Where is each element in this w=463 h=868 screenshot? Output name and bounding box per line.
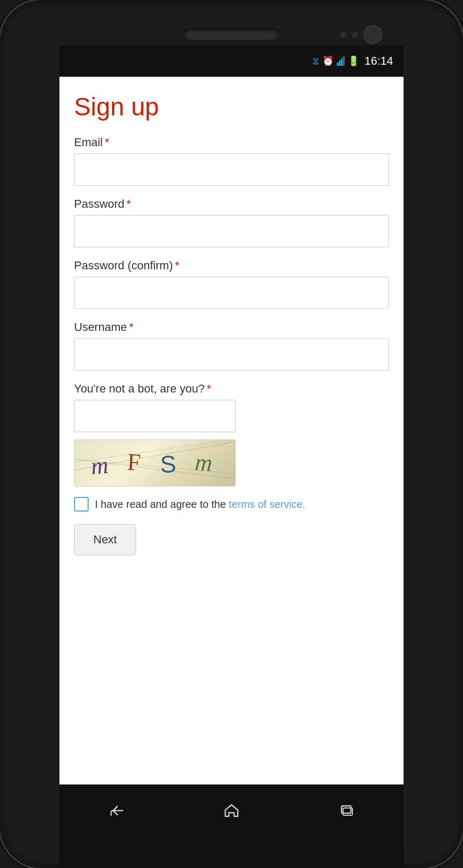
battery-icon: 🔋 bbox=[348, 55, 359, 67]
screen: Sign up Email * Password * Password (con… bbox=[59, 77, 404, 784]
phone-frame: ⧖ ⏰ 🔋 16:14 Sign up Email * bbox=[0, 0, 463, 868]
username-required: * bbox=[129, 320, 133, 334]
camera-area bbox=[340, 25, 382, 44]
captcha-question-required: * bbox=[206, 382, 211, 396]
tos-link[interactable]: terms of service. bbox=[229, 498, 306, 510]
tos-checkbox[interactable] bbox=[74, 497, 89, 512]
status-time: 16:14 bbox=[364, 54, 393, 68]
captcha-characters: m F S m bbox=[86, 449, 224, 477]
alarm-icon: ⏰ bbox=[322, 55, 334, 67]
phone-bottom bbox=[59, 837, 404, 868]
captcha-char-f: F bbox=[127, 448, 148, 477]
captcha-char-m2: m bbox=[194, 448, 220, 477]
username-input[interactable] bbox=[74, 338, 389, 371]
bottom-nav-bar bbox=[59, 784, 404, 837]
status-bar: ⧖ ⏰ 🔋 16:14 bbox=[59, 45, 404, 77]
email-required: * bbox=[105, 136, 109, 149]
page-title: Sign up bbox=[74, 92, 389, 121]
tos-text: I have read and agree to the terms of se… bbox=[95, 497, 306, 512]
tos-row: I have read and agree to the terms of se… bbox=[74, 497, 389, 512]
sensor-dot-2 bbox=[352, 31, 358, 38]
password-confirm-label: Password (confirm) * bbox=[74, 259, 389, 272]
captcha-char-s: S bbox=[160, 449, 183, 478]
back-button[interactable] bbox=[101, 795, 132, 826]
password-required: * bbox=[127, 197, 131, 211]
speaker-grill bbox=[185, 29, 278, 40]
captcha-question-label: You're not a bot, are you? * bbox=[74, 382, 389, 396]
captcha-answer-input[interactable] bbox=[74, 400, 236, 432]
signal-icon bbox=[337, 56, 345, 66]
status-icons: ⧖ ⏰ 🔋 16:14 bbox=[312, 54, 393, 68]
password-label: Password * bbox=[74, 197, 389, 211]
captcha-char-m1: m bbox=[90, 450, 116, 480]
vibrate-icon: ⧖ bbox=[312, 56, 319, 67]
sensor-dot bbox=[340, 31, 347, 38]
home-button[interactable] bbox=[216, 795, 247, 826]
email-input[interactable] bbox=[74, 153, 389, 186]
recent-apps-button[interactable] bbox=[331, 795, 362, 826]
front-camera bbox=[363, 25, 382, 44]
email-label: Email * bbox=[74, 136, 389, 149]
form-container: Sign up Email * Password * Password (con… bbox=[59, 77, 404, 784]
next-button[interactable]: Next bbox=[74, 524, 136, 555]
password-confirm-required: * bbox=[175, 259, 179, 272]
password-input[interactable] bbox=[74, 215, 389, 247]
password-confirm-input[interactable] bbox=[74, 277, 389, 309]
username-label: Username * bbox=[74, 320, 389, 334]
captcha-image: m F S m bbox=[74, 439, 236, 486]
